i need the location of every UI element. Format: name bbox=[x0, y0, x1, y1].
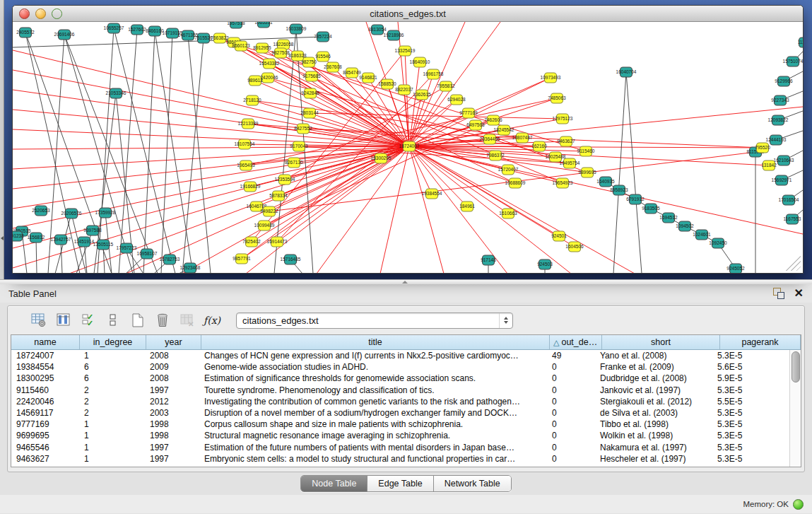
graph-node[interactable]: 15692971 bbox=[772, 175, 792, 185]
panel-collapse-arrow-icon[interactable] bbox=[1, 236, 4, 240]
graph-node[interactable]: 7485063 bbox=[548, 93, 566, 103]
graph-node[interactable]: 184961 bbox=[459, 201, 475, 211]
graph-node[interactable]: 16961758 bbox=[423, 69, 444, 79]
graph-node[interactable]: 1965493 bbox=[237, 160, 255, 170]
graph-node[interactable]: 8454749 bbox=[343, 68, 361, 78]
graph-node[interactable]: 9115460 bbox=[577, 146, 595, 156]
graph-node[interactable]: 19654923 bbox=[553, 178, 573, 188]
graph-node[interactable]: 391238 bbox=[13, 231, 24, 241]
graph-node[interactable]: 16782753 bbox=[160, 255, 180, 264]
graph-node[interactable]: 1610663 bbox=[499, 209, 517, 218]
graph-node[interactable]: 1362615 bbox=[413, 90, 431, 100]
graph-node[interactable]: 15716485 bbox=[281, 255, 301, 264]
zoom-window-button[interactable] bbox=[52, 8, 62, 19]
graph-node[interactable]: 924501 bbox=[551, 231, 567, 241]
graph-node[interactable]: 5878334 bbox=[269, 191, 288, 201]
network-window-titlebar[interactable]: citations_edges.txt bbox=[13, 6, 803, 22]
graph-node[interactable]: 7857224 bbox=[314, 32, 332, 42]
graph-node[interactable]: 13942757 bbox=[51, 235, 71, 245]
graph-node[interactable]: 11451914 bbox=[74, 237, 95, 247]
table-select-dropdown[interactable]: citations_edges.txt bbox=[236, 313, 513, 329]
column-header-in_degree[interactable]: in_degree bbox=[80, 335, 146, 349]
graph-node[interactable]: 9170043 bbox=[290, 141, 308, 151]
graph-node[interactable]: 16958107 bbox=[137, 249, 158, 259]
table-row[interactable]: 2242004622012Investigating the contribut… bbox=[11, 396, 790, 407]
network-canvas[interactable]: 2405572206914061065525715276028466160107… bbox=[13, 22, 803, 273]
graph-node[interactable]: 989612 bbox=[247, 76, 263, 86]
graph-node[interactable]: 162160 bbox=[531, 141, 547, 151]
graph-node[interactable]: 1065531 bbox=[254, 22, 273, 28]
graph-node[interactable]: 19495754 bbox=[560, 158, 580, 168]
tab-node-table[interactable]: Node Table bbox=[301, 476, 367, 491]
close-panel-icon[interactable]: ✕ bbox=[794, 288, 804, 299]
graph-node[interactable]: 16040704 bbox=[616, 67, 637, 77]
column-header-name[interactable]: name bbox=[11, 335, 80, 349]
graph-node[interactable]: 8912955 bbox=[253, 43, 271, 53]
table-row[interactable]: 969969511998Structural magnetic resonanc… bbox=[11, 430, 790, 441]
graph-node[interactable]: 6294028 bbox=[447, 95, 466, 105]
graph-node[interactable]: 7515526 bbox=[194, 33, 213, 43]
column-header-short[interactable]: short bbox=[602, 335, 720, 349]
graph-node[interactable]: 19166829 bbox=[240, 182, 261, 192]
graph-node[interactable]: 12213389 bbox=[238, 119, 259, 129]
graph-node[interactable]: 18245542 bbox=[494, 125, 514, 135]
graph-node[interactable]: 16210643 bbox=[774, 156, 794, 165]
graph-node[interactable]: 15720407 bbox=[498, 165, 519, 175]
graph-node[interactable]: 10688609 bbox=[505, 178, 526, 188]
graph-node[interactable]: 18640910 bbox=[410, 57, 430, 67]
graph-node[interactable]: 1640935 bbox=[596, 177, 615, 187]
graph-node[interactable]: 18300295 bbox=[371, 153, 392, 163]
graph-node[interactable]: 915546 bbox=[315, 52, 331, 62]
graph-node[interactable]: 12093822 bbox=[768, 115, 789, 125]
scrollbar-thumb[interactable] bbox=[792, 351, 800, 382]
graph-node[interactable]: 20364456 bbox=[480, 134, 500, 144]
graph-node[interactable]: 20206576 bbox=[61, 209, 82, 218]
pane-divider-handle-icon[interactable] bbox=[402, 281, 408, 284]
graph-node[interactable]: 8660123 bbox=[232, 41, 250, 51]
graph-node[interactable]: 8822037 bbox=[395, 85, 413, 95]
table-row[interactable]: 1938455462009Genome-wide association stu… bbox=[11, 361, 790, 373]
column-header-pagerank[interactable]: pagerank bbox=[720, 335, 801, 349]
graph-node[interactable]: 17957223 bbox=[117, 243, 137, 253]
table-settings-icon[interactable] bbox=[30, 312, 47, 329]
graph-node[interactable]: 9245052 bbox=[726, 264, 745, 273]
pane-divider[interactable] bbox=[0, 279, 812, 284]
graph-node[interactable]: 12975123 bbox=[553, 114, 573, 124]
graph-node[interactable]: 1092450 bbox=[709, 238, 727, 248]
close-window-button[interactable] bbox=[19, 8, 30, 19]
graph-node[interactable]: 2405572 bbox=[16, 28, 35, 37]
graph-node[interactable]: 20691406 bbox=[54, 30, 75, 40]
tab-edge-table[interactable]: Edge Table bbox=[367, 476, 433, 491]
table-row[interactable]: 946362711997Embryonic stem cells: a mode… bbox=[11, 453, 790, 465]
graph-node[interactable]: 9899695 bbox=[578, 168, 596, 177]
graph-node[interactable]: 17359928 bbox=[95, 208, 116, 218]
graph-node[interactable]: 19218986 bbox=[384, 30, 404, 40]
graph-node[interactable]: 21053346 bbox=[106, 88, 126, 98]
graph-node[interactable]: 17016504 bbox=[779, 195, 799, 205]
graph-node[interactable]: 15751074 bbox=[783, 57, 803, 66]
graph-node[interactable]: 131842 bbox=[761, 160, 777, 170]
graph-node[interactable]: 1156812 bbox=[28, 233, 45, 243]
graph-node[interactable]: 9463627 bbox=[557, 136, 575, 146]
select-columns-icon[interactable] bbox=[55, 312, 72, 329]
rows-icon[interactable] bbox=[105, 312, 122, 329]
trash-icon[interactable] bbox=[154, 312, 171, 329]
table-row[interactable]: 977716911998Corpus callosum shape and si… bbox=[11, 419, 790, 430]
graph-node[interactable]: 2520653 bbox=[32, 206, 50, 216]
graph-node[interactable]: 10099489 bbox=[254, 221, 275, 230]
graph-node[interactable]: 16033809 bbox=[286, 24, 307, 34]
graph-node[interactable]: 8466160 bbox=[146, 26, 164, 36]
graph-node[interactable]: 12353594 bbox=[275, 175, 295, 185]
graph-node[interactable]: 6791912 bbox=[626, 194, 645, 204]
graph-node[interactable]: 10655257 bbox=[104, 23, 124, 33]
graph-node[interactable]: 917148 bbox=[481, 255, 496, 265]
graph-node[interactable]: 12444193 bbox=[766, 135, 787, 145]
graph-node[interactable]: 19384554 bbox=[422, 189, 442, 199]
graph-node[interactable]: 2803144 bbox=[300, 108, 319, 118]
graph-node[interactable]: 795520 bbox=[755, 143, 770, 153]
graph-node[interactable]: 6497568 bbox=[466, 120, 485, 130]
new-document-icon[interactable] bbox=[129, 312, 146, 329]
table-row[interactable]: 1830029562008Estimation of significance … bbox=[11, 373, 790, 384]
graph-node[interactable]: 7825402 bbox=[242, 237, 261, 247]
table-row[interactable]: 1456911722003Disruption of a novel membe… bbox=[11, 407, 790, 419]
